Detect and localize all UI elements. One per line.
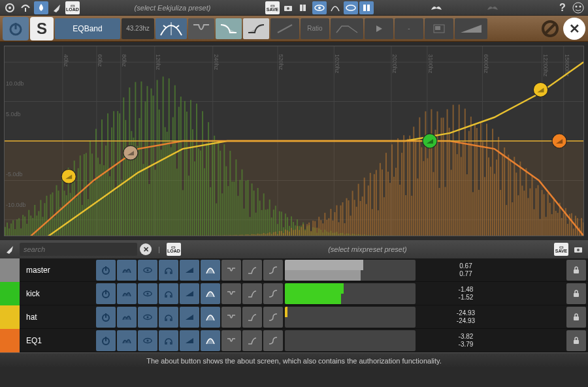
curve-peak-icon[interactable]	[328, 1, 342, 14]
sat-icon[interactable]	[263, 330, 283, 351]
track-name[interactable]: kick	[20, 289, 95, 298]
shape-highshelf-icon[interactable]	[243, 18, 269, 39]
headphones-icon[interactable]	[159, 283, 178, 304]
wedge-icon[interactable]	[180, 307, 199, 328]
svg-rect-527	[364, 178, 365, 236]
bell-icon[interactable]	[201, 260, 220, 281]
bell-icon[interactable]	[201, 330, 220, 351]
freq-value[interactable]: 43.23hz	[122, 18, 154, 39]
window-icon[interactable]	[425, 18, 453, 39]
camera-icon[interactable]	[281, 1, 295, 14]
solo-button[interactable]: S	[30, 17, 54, 40]
search-input[interactable]	[20, 243, 137, 256]
band-name[interactable]: EQBand	[55, 18, 120, 39]
eye-small-icon[interactable]	[138, 330, 157, 351]
sat-icon[interactable]	[263, 260, 283, 281]
gear-icon[interactable]	[3, 1, 17, 14]
notch-small-icon[interactable]	[221, 330, 241, 351]
save-icon[interactable]: ▭SAVE	[265, 1, 280, 14]
lock-icon[interactable]	[566, 307, 586, 328]
wedge-icon[interactable]	[180, 260, 199, 281]
wedge-icon[interactable]	[180, 283, 199, 304]
spectrum-icon[interactable]	[117, 283, 137, 304]
power-icon[interactable]	[96, 307, 116, 328]
load-icon[interactable]: ▭LOAD	[65, 1, 80, 14]
headphones-icon[interactable]	[159, 307, 178, 328]
svg-rect-456	[223, 235, 225, 236]
play-icon[interactable]	[365, 18, 393, 39]
lock-icon[interactable]	[566, 330, 586, 351]
sat-icon[interactable]	[263, 283, 283, 304]
mixpreset-select[interactable]: (select mixpreset preset)	[184, 245, 551, 253]
track-name[interactable]: EQ1	[20, 336, 95, 345]
mix-load-icon[interactable]: ▭LOAD	[167, 243, 181, 256]
ratio-label[interactable]: Ratio	[301, 18, 329, 39]
headphones-icon[interactable]	[159, 260, 178, 281]
comp-icon[interactable]	[242, 307, 262, 328]
notch-small-icon[interactable]	[221, 283, 241, 304]
sat-icon[interactable]	[263, 307, 283, 328]
shape-notch-icon[interactable]	[188, 18, 214, 39]
eye-small-icon[interactable]	[138, 260, 157, 281]
drop-icon[interactable]	[34, 1, 48, 14]
comp-icon[interactable]	[242, 260, 262, 281]
track-meter[interactable]	[285, 283, 416, 304]
dash-display[interactable]: -	[395, 18, 423, 39]
track-meter[interactable]	[285, 307, 416, 328]
track-name[interactable]: hat	[20, 313, 95, 322]
bird-dim-icon[interactable]	[485, 1, 500, 14]
bell-icon[interactable]	[201, 307, 220, 328]
brush-icon[interactable]	[50, 1, 64, 14]
svg-rect-599	[506, 205, 507, 236]
close-button[interactable]: ✕	[563, 18, 585, 40]
lock-icon[interactable]	[566, 283, 586, 304]
bird-icon[interactable]	[429, 1, 444, 14]
eq-plot[interactable]: 40hz60hz80hz120hz240hz520hz1020hz2020hz3…	[4, 46, 584, 236]
track-swatch[interactable]	[0, 282, 20, 305]
spectrum-icon[interactable]	[117, 260, 137, 281]
track-name[interactable]: master	[20, 266, 95, 275]
help-icon[interactable]: ?	[555, 1, 570, 14]
track-swatch[interactable]	[0, 329, 20, 352]
eye-icon[interactable]	[312, 1, 327, 14]
null-icon[interactable]	[538, 17, 562, 40]
brush2-icon[interactable]	[3, 243, 17, 256]
svg-rect-522	[354, 200, 355, 236]
eye-small-icon[interactable]	[138, 283, 157, 304]
svg-rect-131	[163, 76, 164, 236]
env-display[interactable]	[331, 18, 363, 39]
spectrum-icon[interactable]	[117, 330, 137, 351]
track-swatch[interactable]	[0, 305, 20, 329]
power-icon[interactable]	[96, 260, 116, 281]
track-meter[interactable]	[285, 260, 416, 281]
shape-lowshelf-icon[interactable]	[216, 18, 242, 39]
track-meter[interactable]	[285, 330, 416, 351]
shape-bandpass-icon[interactable]	[155, 18, 187, 39]
bell-icon[interactable]	[201, 283, 220, 304]
gain-wedge-icon[interactable]	[455, 18, 487, 39]
columns-icon[interactable]	[297, 1, 311, 14]
power-button[interactable]	[3, 17, 29, 40]
power-icon[interactable]	[96, 283, 116, 304]
wedge-icon[interactable]	[180, 330, 199, 351]
comp-icon[interactable]	[242, 330, 262, 351]
comp-icon[interactable]	[242, 283, 262, 304]
headphones-icon[interactable]	[159, 330, 178, 351]
umbrella-icon[interactable]	[18, 1, 33, 14]
clear-search-button[interactable]: ✕	[140, 243, 152, 255]
track-swatch[interactable]	[0, 258, 20, 282]
about-icon[interactable]	[571, 1, 585, 14]
lock-icon[interactable]	[566, 260, 586, 281]
spectrum-icon[interactable]	[117, 307, 137, 328]
mix-save-icon[interactable]: ▭SAVE	[554, 243, 568, 256]
eq-preset-select[interactable]: (select Eekjuliza preset)	[81, 4, 264, 12]
svg-point-646	[577, 249, 580, 251]
mix-camera-icon[interactable]	[571, 243, 585, 256]
eye-small-icon[interactable]	[138, 307, 157, 328]
power-icon[interactable]	[96, 330, 116, 351]
slope-display[interactable]	[270, 18, 299, 39]
parallel-icon[interactable]	[359, 1, 374, 14]
notch-small-icon[interactable]	[221, 260, 241, 281]
notch-small-icon[interactable]	[221, 307, 241, 328]
eye-spectrum-icon[interactable]	[344, 1, 358, 14]
